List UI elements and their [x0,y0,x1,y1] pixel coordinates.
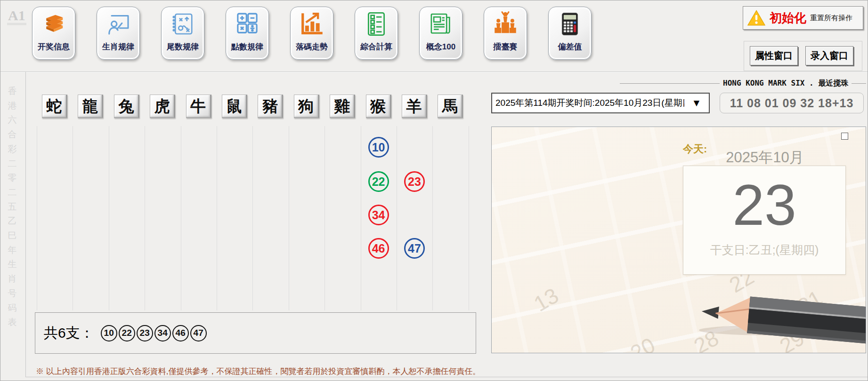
vertical-caption-char: 号 [4,287,20,300]
calendar-ganzhi-label: 干支日:乙丑;(星期四) [683,242,845,258]
grid-column-line [289,126,289,310]
vertical-caption-char: 香 [4,85,20,97]
initialize-button[interactable]: 初始化 重置所有操作 [743,6,863,30]
entry-window-button[interactable]: 录入窗口 [805,46,853,65]
zodiac-tab-7[interactable]: 豬 [258,95,283,118]
dropdown-arrow-icon[interactable]: ▼ [684,94,709,112]
vertical-caption-char: 合 [4,128,20,141]
toolbar-button-1[interactable]: 开奖信息 [32,7,75,60]
toolbar-button-label: 偏差值 [558,41,582,52]
toolbar-button-label: 點數規律 [231,41,263,52]
vertical-caption-char: 港 [4,100,20,112]
app-logo: A1 [7,8,26,25]
summary-ball-47: 47 [190,325,207,341]
disclaimer-text: ※ 以上內容引用香港正版六合彩資料,僅提供參考，不保證其正確性，閱覽者若用於投資… [36,366,480,377]
grid-column-line [109,126,109,310]
toolbar-button-label: 擂臺賽 [494,41,518,52]
bar-chart-icon [299,7,325,39]
calendar-panel: 13142021222829 今天: 2025年10月 23 干支日:乙丑;(星… [491,127,866,353]
toolbar-button-5[interactable]: 落碼走勢 [290,7,333,60]
recent-draw-numbers: 11 08 01 09 32 18+13 [720,93,864,113]
zodiac-tab-8[interactable]: 狗 [294,95,319,118]
zodiac-tab-1[interactable]: 蛇 [42,95,67,118]
summary-ball-46: 46 [172,325,189,341]
zodiac-tab-10[interactable]: 猴 [366,95,391,118]
properties-window-button[interactable]: 属性窗口 [750,46,798,65]
toolbar-button-label: 生肖规律 [102,41,134,52]
grid-ball-47: 47 [404,238,425,259]
initialize-label: 初始化 [770,10,806,26]
vertical-caption-char: 零 [4,172,20,184]
recent-draw-label: HONG KONG MARK SIX . 最近搅珠 [720,79,852,88]
grid-column-line [73,126,73,310]
vertical-caption-char: 年 [4,244,20,256]
toolbar-button-4[interactable]: 點數規律 [226,7,269,60]
grid-column-line [145,126,145,310]
zodiac-tab-5[interactable]: 牛 [186,95,211,118]
zodiac-tab-11[interactable]: 羊 [402,95,427,118]
toolbar-button-6[interactable]: 綜合計算 [355,7,398,60]
summary-balls: 102223344647 [101,325,208,341]
calendar-checkbox[interactable] [841,133,848,140]
app-window: A1 开奖信息生肖规律尾数规律點數規律落碼走勢綜合計算概念100擂臺賽偏差值 初… [0,0,868,381]
period-select-value: 2025年第114期开奖时间:2025年10月23日(星期四) [492,97,684,109]
calendar-day-card: 23 干支日:乙丑;(星期四) [683,166,846,275]
pencil-image [694,282,866,346]
vertical-caption-char: 二 [4,158,20,170]
toolbar-button-7[interactable]: 概念100 [419,7,462,60]
presentation-icon [105,7,131,39]
grid-column-line [361,126,361,310]
math-icon [234,7,260,39]
grid-ball-46: 46 [368,238,389,259]
vertical-caption-char: 二 [4,186,20,198]
toolbar-button-3[interactable]: 尾数规律 [161,7,204,60]
summary-ball-23: 23 [137,325,153,341]
vertical-caption-char: 肖 [4,273,20,285]
toolbar-button-label: 綜合計算 [360,41,392,52]
vertical-caption-char: 表 [4,316,20,328]
vertical-caption-char: 彩 [4,143,20,155]
grid-column-line [181,126,181,310]
zodiac-tab-4[interactable]: 虎 [150,95,175,118]
zodiac-tab-3[interactable]: 兔 [114,95,139,118]
grid-ball-34: 34 [368,205,389,225]
zodiac-tab-12[interactable]: 馬 [438,95,463,118]
toolbar-button-label: 概念100 [426,41,455,52]
zodiac-tab-2[interactable]: 龍 [78,95,103,118]
vertical-caption-char: 五 [4,201,20,213]
summary-ball-10: 10 [101,325,117,341]
grid-column-line [397,126,397,310]
grid-column-line [469,126,469,310]
period-select[interactable]: 2025年第114期开奖时间:2025年10月23日(星期四) ▼ [491,93,710,113]
calculator-icon [557,7,583,39]
summary-box: 共6支： 102223344647 [35,312,476,354]
warning-icon [747,9,766,26]
toolbar-button-2[interactable]: 生肖规律 [97,7,140,60]
initialize-sublabel: 重置所有操作 [810,14,852,23]
zodiac-tab-6[interactable]: 鼠 [222,95,247,118]
books-icon [41,7,67,39]
panel-border-bottom [25,377,868,377]
summary-label: 共6支： [44,324,94,343]
grid-column-line [432,126,433,310]
toolbar-button-label: 落碼走勢 [296,41,328,52]
toolbar-button-label: 尾数规律 [167,41,199,52]
grid-ball-10: 10 [368,137,389,158]
vertical-caption-char: 乙 [4,215,20,227]
zodiac-tab-9[interactable]: 雞 [330,95,355,118]
grid-column-line [252,126,253,310]
grid-ball-22: 22 [368,171,389,192]
grid-ball-23: 23 [404,171,425,192]
toolbar-button-8[interactable]: 擂臺賽 [484,7,527,60]
toolbar-button-label: 开奖信息 [38,41,70,52]
grid-column-line [324,126,325,310]
podium-icon [492,7,519,39]
checklist-icon [363,7,389,39]
panel-border-left [25,72,26,377]
vertical-caption-char: 六 [4,114,20,126]
grid-column-line [37,126,37,310]
top-divider [0,71,868,72]
toolbar-button-9[interactable]: 偏差值 [548,7,592,60]
summary-ball-22: 22 [119,325,135,341]
window-buttons-group: 属性窗口 录入窗口 [744,41,862,71]
